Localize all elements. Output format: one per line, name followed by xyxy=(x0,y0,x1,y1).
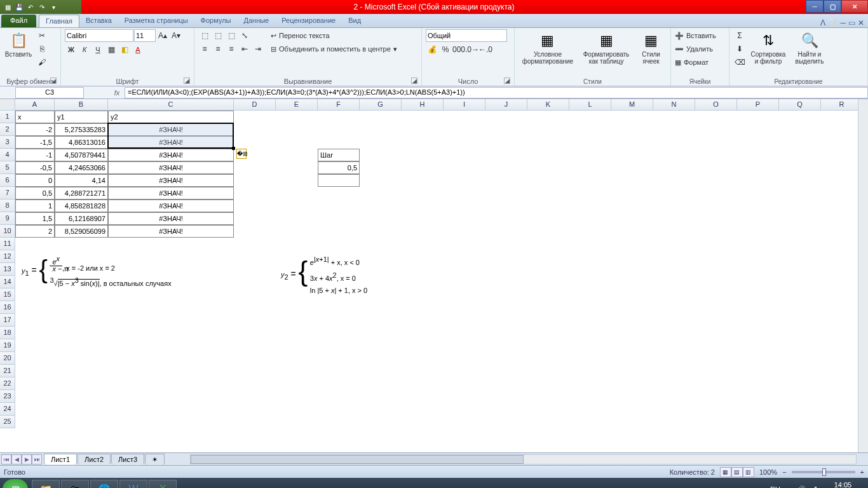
fill-color-icon[interactable]: ◧ xyxy=(118,43,131,56)
row-header[interactable]: 2 xyxy=(0,123,15,136)
format-table-button[interactable]: ▦Форматировать как таблицу xyxy=(580,29,633,65)
copy-icon[interactable]: ⎘ xyxy=(36,43,48,55)
cell[interactable] xyxy=(318,174,360,187)
save-icon[interactable]: 💾 xyxy=(14,2,24,12)
col-header[interactable]: Q xyxy=(779,99,821,111)
tray-network-icon[interactable]: 🖧 xyxy=(812,485,819,488)
row-header[interactable]: 4 xyxy=(0,149,15,161)
zoom-out-icon[interactable]: − xyxy=(782,468,786,476)
cell[interactable]: #ЗНАЧ! xyxy=(108,212,234,225)
insert-cells-button[interactable]: ➕Вставить xyxy=(675,29,716,42)
col-header[interactable]: J xyxy=(485,99,527,111)
row-header[interactable]: 12 xyxy=(0,250,15,263)
sort-filter-button[interactable]: ⇅Сортировка и фильтр xyxy=(749,29,788,65)
align-middle-icon[interactable]: ⬚ xyxy=(212,29,224,42)
cell[interactable]: 4,86313016 xyxy=(55,136,108,149)
cell-styles-button[interactable]: ▦Стили ячеек xyxy=(635,29,667,65)
view-normal-icon[interactable]: ▦ xyxy=(720,467,731,477)
row-header[interactable]: 16 xyxy=(0,301,15,314)
col-header[interactable]: D xyxy=(234,99,276,111)
cell[interactable]: #ЗНАЧ! xyxy=(108,225,234,238)
row-header[interactable]: 7 xyxy=(0,187,15,200)
dialog-launcher-icon[interactable]: ◢ xyxy=(50,78,57,84)
wrap-text-button[interactable]: ↩Перенос текста xyxy=(271,29,397,42)
italic-icon[interactable]: К xyxy=(78,43,91,56)
indent-decrease-icon[interactable]: ⇤ xyxy=(238,43,251,55)
undo-icon[interactable]: ↶ xyxy=(25,2,36,12)
decrease-decimal-icon[interactable]: ←.0 xyxy=(479,43,492,56)
smart-tag-icon[interactable]: �⊞ xyxy=(236,149,247,159)
align-top-icon[interactable]: ⬚ xyxy=(198,29,211,42)
orientation-icon[interactable]: ⤡ xyxy=(238,29,251,42)
row-header[interactable]: 3 xyxy=(0,136,15,149)
dialog-launcher-icon[interactable]: ◢ xyxy=(504,78,510,84)
cell[interactable]: #ЗНАЧ! xyxy=(108,200,234,212)
font-size-select[interactable] xyxy=(134,29,156,42)
cell[interactable]: #ЗНАЧ! xyxy=(108,136,234,149)
sheet-nav-last-icon[interactable]: ⏭ xyxy=(32,454,42,464)
tray-volume-icon[interactable]: 🔊 xyxy=(797,485,806,489)
merge-center-button[interactable]: ⊟Объединить и поместить в центре ▾ xyxy=(271,43,397,55)
underline-icon[interactable]: Ч xyxy=(92,43,104,56)
fill-icon[interactable]: ⬇ xyxy=(733,43,746,55)
window-restore-icon[interactable]: ▭ xyxy=(848,18,855,27)
col-header[interactable]: E xyxy=(276,99,318,111)
col-header[interactable]: I xyxy=(444,99,485,111)
cell[interactable]: 4,858281828 xyxy=(55,200,108,212)
comma-icon[interactable]: 000 xyxy=(452,43,465,56)
tab-insert[interactable]: Вставка xyxy=(79,15,118,27)
format-painter-icon[interactable]: 🖌 xyxy=(36,56,48,69)
cell[interactable]: 4,507879441 xyxy=(55,149,108,161)
col-header[interactable]: A xyxy=(15,99,55,111)
border-icon[interactable]: ▦ xyxy=(105,43,118,56)
cell[interactable]: 8,529056099 xyxy=(55,225,108,238)
row-header[interactable]: 15 xyxy=(0,288,15,301)
sheet-tab-2[interactable]: Лист2 xyxy=(78,454,111,464)
row-header[interactable]: 23 xyxy=(0,390,15,403)
col-header[interactable]: F xyxy=(318,99,360,111)
cell[interactable]: y2 xyxy=(108,111,234,123)
cell[interactable]: 2 xyxy=(15,225,55,238)
increase-decimal-icon[interactable]: .0→ xyxy=(466,43,478,56)
cut-icon[interactable]: ✂ xyxy=(36,29,48,42)
bold-icon[interactable]: Ж xyxy=(65,43,78,56)
minimize-button[interactable]: ─ xyxy=(806,0,824,13)
cell[interactable]: #ЗНАЧ! xyxy=(108,161,234,174)
row-header[interactable]: 21 xyxy=(0,365,15,377)
cell[interactable]: 4,14 xyxy=(55,174,108,187)
row-header[interactable]: 17 xyxy=(0,314,15,327)
file-tab[interactable]: Файл xyxy=(1,15,36,27)
dialog-launcher-icon[interactable]: ◢ xyxy=(411,78,417,84)
cell[interactable]: -1 xyxy=(15,149,55,161)
autosum-icon[interactable]: Σ xyxy=(733,29,746,42)
start-button[interactable]: ⊞ xyxy=(3,479,28,488)
sheet-nav-prev-icon[interactable]: ◀ xyxy=(11,454,22,464)
worksheet-grid[interactable]: ABCDEFGHIJKLMNOPQR 123456789101112131415… xyxy=(0,99,868,452)
sheet-tab-3[interactable]: Лист3 xyxy=(111,454,144,464)
cell[interactable]: #ЗНАЧ! xyxy=(108,149,234,161)
align-center-icon[interactable]: ≡ xyxy=(212,43,224,55)
cell[interactable]: 6,12168907 xyxy=(55,212,108,225)
cell[interactable]: #ЗНАЧ! xyxy=(108,187,234,200)
find-select-button[interactable]: 🔍Найти и выделить xyxy=(790,29,829,65)
align-left-icon[interactable]: ≡ xyxy=(198,43,211,55)
col-header[interactable]: O xyxy=(695,99,737,111)
tab-layout[interactable]: Разметка страницы xyxy=(118,15,194,27)
view-break-icon[interactable]: ▥ xyxy=(743,467,754,477)
cell[interactable]: 4,288721271 xyxy=(55,187,108,200)
ribbon-minimize-icon[interactable]: ᐱ xyxy=(820,18,825,27)
tab-home[interactable]: Главная xyxy=(39,15,79,27)
view-layout-icon[interactable]: ▤ xyxy=(731,467,743,477)
cell[interactable]: 0,5 xyxy=(15,187,55,200)
tray-clock[interactable]: 14:0509.01.2020 xyxy=(825,481,860,488)
col-header[interactable]: R xyxy=(821,99,863,111)
cell[interactable]: 0,5 xyxy=(318,161,360,174)
cell[interactable]: 4,24653066 xyxy=(55,161,108,174)
tray-lang[interactable]: RU xyxy=(770,485,780,488)
zoom-slider[interactable] xyxy=(792,471,855,473)
tab-formulas[interactable]: Формулы xyxy=(194,15,238,27)
shrink-font-icon[interactable]: A▾ xyxy=(170,29,182,42)
window-close-icon[interactable]: ✕ xyxy=(858,18,864,27)
font-name-select[interactable] xyxy=(65,29,133,42)
dialog-launcher-icon[interactable]: ◢ xyxy=(184,78,190,84)
